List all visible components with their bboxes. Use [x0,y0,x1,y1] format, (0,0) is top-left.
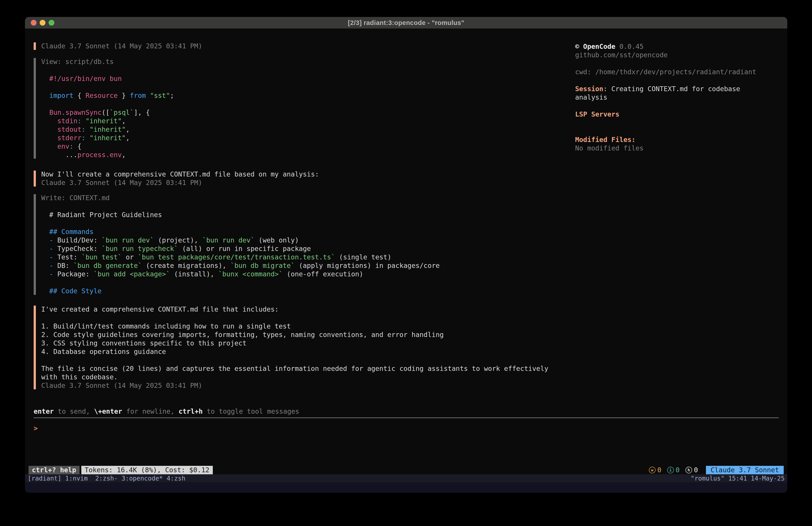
text-segment: Package: [53,270,93,278]
text-segment: Claude 3.7 Sonnet (14 May 2025 03:41 PM) [41,42,202,50]
i-circle-icon: i [667,467,674,473]
text-segment: stdin [57,117,77,125]
text-segment: for newline, [122,408,178,415]
diagnostic-indicators: w0i0h0 [649,466,698,474]
text-segment: { [74,91,86,99]
text-segment: , [126,126,130,133]
text-segment: stdout [57,126,81,133]
prompt-marker: > [34,424,38,432]
text-segment: with this codebase. [41,373,118,381]
terminal-line [41,314,779,322]
text-segment: : [77,117,82,125]
text-segment [82,117,86,125]
text-segment: github.com/sst/opencode [575,51,668,59]
traffic-lights [31,17,54,29]
text-segment: ([ [102,109,110,116]
message-accent-bar [34,171,36,187]
text-segment: Claude 3.7 Sonnet (14 May 2025 03:41 PM) [41,179,202,187]
sidebar-line: analysis [575,93,756,102]
indicator-count: 0 [694,466,698,474]
text-segment: Write: CONTEXT.md [41,194,110,202]
text-segment: `bun add <package>` [93,270,170,278]
tool-accent-bar [34,58,36,159]
sidebar-line: LSP Servers [575,110,756,118]
text-segment: (web only) [255,236,299,244]
text-segment: I've created a comprehensive CONTEXT.md … [41,305,279,313]
text-segment: © OpenCode [575,43,615,51]
text-segment [41,117,57,125]
text-segment: from [130,91,146,99]
indicator-count: 0 [676,466,680,474]
text-segment: : [69,142,73,150]
help-keybind-chip: ctrl+? help [29,466,79,474]
terminal-screen: Claude 3.7 Sonnet (14 May 2025 03:41 PM)… [25,29,787,474]
text-segment: Claude 3.7 Sonnet (14 May 2025 03:41 PM) [41,382,202,389]
text-segment [41,262,49,269]
keybinding-hint: enter to send, \+enter for newline, ctrl… [34,407,779,416]
zoom-button[interactable] [48,20,54,26]
text-segment: `bunx <command>` [218,270,283,278]
text-segment [146,91,150,99]
session-sidebar: © OpenCode 0.0.45github.com/sst/opencode… [575,42,756,153]
title-bar: [2/3] radiant:3:opencode - "romulus" [25,17,787,29]
text-segment [86,126,90,133]
terminal-line [41,356,779,365]
minimize-button[interactable] [40,20,45,26]
sidebar-line [575,127,756,136]
text-segment [41,236,49,244]
terminal-line: The file is concise (20 lines) and captu… [41,365,779,373]
sidebar-line: Session: Creating CONTEXT.md for codebas… [575,85,756,93]
message-accent-bar [34,305,36,389]
text-segment [41,245,49,253]
sidebar-line [575,59,756,68]
text-segment: `bun test packages/core/test/transaction… [138,253,335,261]
text-segment: env [57,142,69,150]
text-segment: - [49,270,53,278]
text-segment: (apply migrations) in packages/core [295,262,440,269]
sidebar-line [575,118,756,127]
text-segment: # Radiant Project Guidelines [41,211,162,219]
text-segment: - [49,262,53,269]
text-segment: `bun run dev` [202,236,255,244]
text-segment: `bun db generate` [74,262,142,269]
text-segment: (project), [154,236,202,244]
text-segment: Session [575,85,603,93]
text-segment: : [82,126,86,133]
text-segment: : [82,134,86,142]
text-segment: Test: [53,253,81,261]
text-segment: import [49,91,73,99]
text-segment: Resource [86,91,118,99]
hint-count-indicator: h0 [685,466,698,474]
h-circle-icon: h [685,467,692,473]
text-segment: "inherit" [90,126,126,133]
text-segment: (single test) [335,253,392,261]
text-segment: No modified files [575,144,643,152]
text-segment: #!/usr/bin/env bun [41,75,122,83]
close-button[interactable] [31,20,37,26]
text-segment: 4. Database operations guidance [41,348,166,355]
terminal-line: - Package: `bun add <package>` (install)… [41,270,779,279]
model-badge: Claude 3.7 Sonnet [706,466,784,474]
text-segment: ; [170,91,174,99]
text-segment: `psql` [110,109,134,116]
sidebar-line: github.com/sst/opencode [575,51,756,59]
terminal-line [41,202,779,211]
terminal-line [41,219,779,228]
chat-input-line[interactable]: > [34,424,779,432]
w-circle-icon: w [649,467,656,473]
terminal-line [41,279,779,287]
terminal-line: Claude 3.7 Sonnet (14 May 2025 03:41 PM) [41,381,779,390]
message-accent-bar [34,42,36,50]
text-segment: "inherit" [86,117,122,125]
text-segment: 1. Build/lint/test commands including ho… [41,322,291,330]
text-segment [41,270,49,278]
terminal-line: 4. Database operations guidance [41,347,779,356]
text-segment: (one-off execution) [283,270,363,278]
tool-block: Write: CONTEXT.md # Radiant Project Guid… [34,194,779,295]
text-segment [41,142,57,150]
text-segment: `bun run dev` [102,236,154,244]
tmux-window-list[interactable]: [radiant] 1:nvim 2:zsh- 3:opencode* 4:zs… [28,475,185,482]
text-segment: enter [34,408,54,415]
text-segment: "sst" [150,91,170,99]
text-segment: ], { [134,109,150,116]
